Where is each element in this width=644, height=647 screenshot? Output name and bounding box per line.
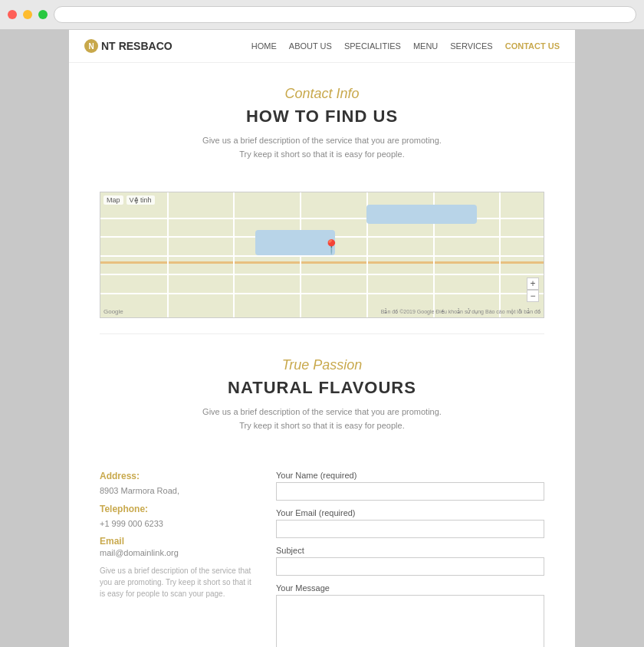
nav-about[interactable]: ABOUT US	[289, 41, 332, 51]
section2-desc: Give us a brief description of the servi…	[100, 406, 544, 432]
message-label: Your Message	[276, 583, 544, 593]
maximize-dot[interactable]	[38, 10, 48, 19]
logo: N NT RESBACO	[84, 39, 172, 53]
browser-chrome	[0, 0, 644, 30]
subject-field-group: Subject	[276, 546, 544, 576]
map-credits: Bản đồ ©2019 Google Điều khoản sử dụng B…	[381, 309, 540, 315]
map-marker: 📍	[323, 238, 340, 255]
nav-home[interactable]: HOME	[251, 41, 277, 51]
email-label: Email	[100, 536, 253, 547]
map-google-label: Google	[104, 308, 123, 315]
section1-desc: Give us a brief description of the servi…	[100, 134, 544, 161]
close-dot[interactable]	[8, 10, 17, 19]
email-input[interactable]	[276, 520, 544, 538]
logo-icon-text: N	[88, 42, 94, 51]
contact-form: Your Name (required) Your Email (require…	[276, 471, 544, 647]
map-zoom: + −	[527, 278, 539, 302]
nav-contact[interactable]: CONTACT US	[505, 41, 560, 51]
map-toolbar: Map Vệ tinh	[104, 195, 155, 205]
section1-italic-title: Contact Info	[100, 86, 544, 102]
name-field-group: Your Name (required)	[276, 471, 544, 501]
contact-info-block: Address: 8903 Marmora Road, Telephone: +…	[100, 471, 253, 647]
map-zoom-out[interactable]: −	[527, 290, 539, 302]
contact-form-section: Address: 8903 Marmora Road, Telephone: +…	[69, 455, 575, 647]
map-container[interactable]: 📍 Map Vệ tinh + − Google Bản đồ ©2019 Go…	[100, 192, 544, 318]
section2-desc-line2: Try keep it short so that it is easy for…	[239, 421, 404, 430]
navigation: N NT RESBACO HOME ABOUT US SPECIALITIES …	[69, 30, 575, 63]
section1-bold-title: HOW TO FIND US	[100, 107, 544, 126]
logo-nt: NT	[101, 40, 116, 52]
address-value: 8903 Marmora Road,	[100, 484, 253, 498]
telephone-label: Telephone:	[100, 504, 253, 514]
logo-brand: RESBACO	[119, 40, 172, 52]
subject-input[interactable]	[276, 557, 544, 576]
section2-desc-line1: Give us a brief description of the servi…	[202, 407, 442, 416]
telephone-value: +1 999 000 6233	[100, 517, 253, 530]
map-tab-map[interactable]: Map	[104, 195, 123, 205]
name-label: Your Name (required)	[276, 471, 544, 480]
message-field-group: Your Message	[276, 583, 544, 647]
logo-icon: N	[84, 39, 98, 53]
subject-label: Subject	[276, 546, 544, 555]
contact-info-section: Contact Info HOW TO FIND US Give us a br…	[69, 63, 575, 184]
nav-services[interactable]: SERVICES	[450, 41, 492, 51]
section2-bold-title: NATURAL FLAVOURS	[100, 378, 544, 398]
name-input[interactable]	[276, 482, 544, 501]
page-wrapper: N NT RESBACO HOME ABOUT US SPECIALITIES …	[69, 30, 575, 647]
email-value: mail@domainlink.org	[100, 548, 253, 557]
message-textarea[interactable]	[276, 595, 544, 647]
map-zoom-in[interactable]: +	[527, 278, 539, 290]
minimize-dot[interactable]	[23, 10, 32, 19]
natural-flavours-section: True Passion NATURAL FLAVOURS Give us a …	[69, 334, 575, 455]
email-form-label: Your Email (required)	[276, 508, 544, 517]
nav-menu[interactable]: MENU	[413, 41, 438, 51]
address-label: Address:	[100, 471, 253, 481]
nav-specialities[interactable]: SPECIALITIES	[344, 41, 401, 51]
section1-desc-line1: Give us a brief description of the servi…	[202, 136, 442, 145]
address-bar[interactable]	[54, 6, 636, 23]
section2-italic-title: True Passion	[100, 357, 544, 373]
email-field-group: Your Email (required)	[276, 508, 544, 538]
map-inner: 📍 Map Vệ tinh + − Google Bản đồ ©2019 Go…	[100, 192, 544, 317]
map-tab-satellite[interactable]: Vệ tinh	[127, 195, 155, 205]
nav-links: HOME ABOUT US SPECIALITIES MENU SERVICES…	[251, 41, 560, 51]
contact-desc: Give us a brief description of the servi…	[100, 565, 253, 599]
section1-desc-line2: Try keep it short so that it is easy for…	[239, 149, 404, 159]
